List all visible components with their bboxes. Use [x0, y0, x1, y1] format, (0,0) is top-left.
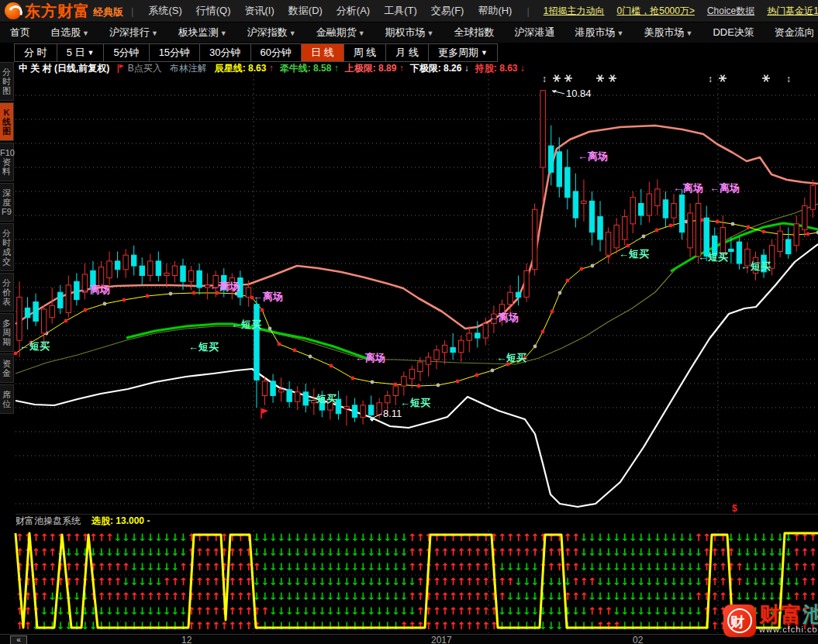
candle-body	[58, 292, 63, 308]
exit-annotation: ←离场	[253, 291, 283, 302]
yellow-ma-dot	[330, 364, 333, 368]
candle-body	[623, 217, 627, 239]
candle-body	[197, 270, 202, 288]
yellow-ma-dot	[14, 352, 18, 356]
candle-body	[172, 266, 177, 275]
candle-body	[123, 255, 128, 270]
candle-body	[606, 232, 610, 255]
yellow-ma-dot	[642, 235, 646, 239]
yellow-ma-dot	[475, 374, 479, 377]
candle-body	[41, 309, 46, 333]
candle-body	[557, 152, 561, 187]
candle-body	[164, 273, 169, 275]
buy-annotation: ←短买	[306, 393, 337, 405]
kline-chart[interactable]: ←离场←离场←离场←离场←离场←离场←离场←离场←短买←短买←短买←短买←短买←…	[0, 0, 818, 644]
yellow-ma-dot	[669, 224, 673, 228]
candle-body	[434, 350, 439, 360]
candle-body	[671, 204, 676, 219]
candle-body	[140, 266, 144, 275]
buy-annotation: ←短买	[400, 397, 430, 408]
yellow-ma-dot	[278, 343, 281, 346]
candle-body	[630, 198, 635, 224]
yellow-ma-dot	[309, 355, 312, 359]
yellow-ma-dot	[558, 291, 562, 295]
candle-body	[516, 292, 520, 297]
candle-body	[810, 185, 815, 209]
candle-body	[598, 217, 602, 239]
cfchi-name: 财富池	[759, 604, 818, 625]
candle-body	[589, 201, 594, 232]
candle-body	[132, 255, 136, 266]
yellow-ma-dot	[806, 232, 810, 236]
yellow-ma-dot	[169, 292, 173, 296]
buy-annotation: ←短买	[740, 260, 771, 272]
candle-body	[271, 381, 275, 396]
candle-body	[50, 305, 54, 318]
yellow-ma-dot	[84, 308, 88, 312]
exit-annotation: ←离场	[488, 312, 519, 323]
candle-body	[254, 305, 259, 381]
yellow-ma-dot	[146, 294, 150, 298]
exit-annotation: ←离场	[673, 182, 703, 194]
candle-body	[336, 399, 340, 414]
candle-body	[17, 297, 22, 340]
yellow-ma-dot	[437, 384, 440, 387]
candle-body	[361, 405, 365, 418]
buy-annotation: ←短买	[619, 248, 649, 260]
candle-body	[107, 261, 112, 278]
candle-body	[794, 224, 799, 246]
candle-body	[475, 333, 480, 338]
yellow-ma-dot	[64, 319, 68, 323]
yellow-ma-dot	[566, 279, 570, 283]
candle-body	[262, 381, 267, 396]
lower-band-line	[16, 244, 818, 507]
updown-marker-icon: ↕	[708, 74, 713, 84]
candle-body	[573, 191, 578, 218]
buy-annotation: ←短买	[496, 352, 526, 363]
dollar-marker: $	[732, 503, 737, 514]
candle-body	[368, 405, 373, 415]
candle-body	[720, 228, 725, 254]
yellow-ma-dot	[580, 267, 584, 271]
candle-body	[778, 231, 782, 251]
candle-body	[467, 333, 471, 340]
candle-body	[352, 405, 357, 418]
candle-body	[802, 206, 807, 230]
candle-body	[540, 91, 545, 167]
candle-body	[729, 249, 733, 251]
updown-marker-icon: ↕	[542, 74, 547, 84]
signal-line	[16, 533, 818, 628]
candle-body	[148, 261, 153, 276]
exit-annotation: ←离场	[80, 284, 110, 295]
candle-body	[695, 204, 700, 257]
candle-body	[483, 324, 488, 339]
candle-body	[647, 194, 651, 215]
candle-body	[66, 285, 71, 313]
candle-body	[74, 281, 79, 299]
buy-annotation: ←短买	[188, 341, 219, 353]
yellow-ma-dot	[456, 380, 460, 384]
yellow-ma-dot	[268, 327, 272, 331]
high-price-label: 10.84	[566, 88, 592, 99]
exit-annotation: ←离场	[709, 182, 740, 194]
candle-body	[385, 396, 390, 403]
low-price-label: 8.11	[383, 408, 402, 419]
candle-body	[582, 201, 586, 203]
candle-body	[188, 270, 193, 281]
candle-body	[524, 270, 529, 297]
candle-body	[639, 204, 644, 216]
yellow-ma-dot	[551, 310, 554, 314]
candle-body	[287, 390, 292, 402]
yellow-ma-dot	[541, 330, 545, 334]
yellow-ma-dot	[747, 226, 751, 229]
candle-body	[426, 357, 430, 364]
candle-body	[532, 209, 537, 270]
flag-icon	[262, 408, 268, 414]
candle-body	[418, 362, 423, 371]
candle-body	[181, 266, 185, 281]
candle-body	[246, 288, 250, 297]
exit-annotation: ←离场	[355, 352, 385, 363]
candle-body	[33, 302, 38, 322]
candle-body	[663, 200, 668, 218]
yellow-ma-dot	[716, 220, 720, 224]
